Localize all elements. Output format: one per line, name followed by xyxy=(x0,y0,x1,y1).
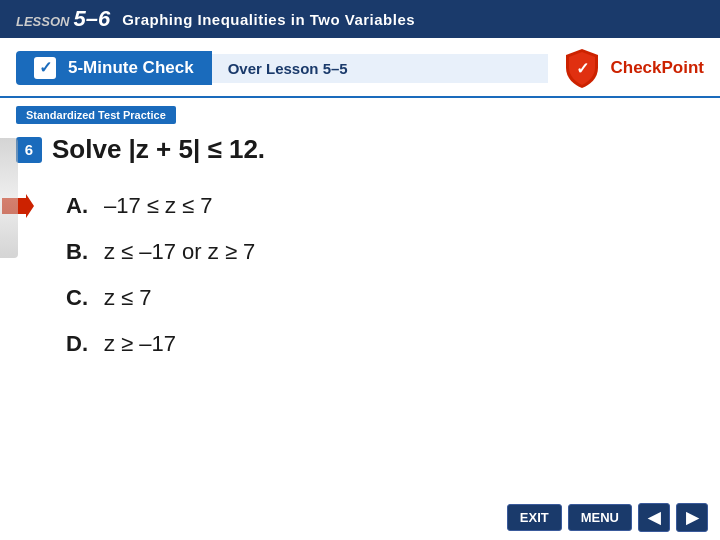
five-min-label-box: ✓ 5-Minute Check xyxy=(16,51,212,85)
bottom-nav: EXIT MENU ◀ ▶ xyxy=(495,495,720,540)
answer-item-d[interactable]: D. z ≥ –17 xyxy=(16,321,704,367)
next-button[interactable]: ▶ xyxy=(676,503,708,532)
over-lesson-text: Over Lesson 5–5 xyxy=(212,54,549,83)
lesson-number: 5–6 xyxy=(73,6,110,32)
svg-text:✓: ✓ xyxy=(576,60,589,77)
answer-item-c[interactable]: C. z ≤ 7 xyxy=(16,275,704,321)
std-test-badge: Standardized Test Practice xyxy=(16,106,176,124)
answer-value-c: z ≤ 7 xyxy=(104,285,152,311)
check-icon-box: ✓ xyxy=(34,57,56,79)
lesson-badge: LESSON 5–6 xyxy=(16,6,110,32)
side-decoration xyxy=(0,138,18,258)
exit-button[interactable]: EXIT xyxy=(507,504,562,531)
problem-question: 6 Solve |z + 5| ≤ 12. xyxy=(16,134,704,165)
problem-number-badge: 6 xyxy=(16,137,42,163)
menu-button[interactable]: MENU xyxy=(568,504,632,531)
answer-letter-a: A. xyxy=(66,193,92,219)
check-icon: ✓ xyxy=(39,60,52,76)
answer-item-b[interactable]: B. z ≤ –17 or z ≥ 7 xyxy=(16,229,704,275)
checkpoint-text: CheckPoint xyxy=(610,58,704,78)
prev-button[interactable]: ◀ xyxy=(638,503,670,532)
answer-item-a[interactable]: A. –17 ≤ z ≤ 7 xyxy=(16,183,704,229)
answer-letter-d: D. xyxy=(66,331,92,357)
answer-choices: A. –17 ≤ z ≤ 7 B. z ≤ –17 or z ≥ 7 C. z … xyxy=(16,183,704,367)
answer-letter-c: C. xyxy=(66,285,92,311)
header-title: Graphing Inequalities in Two Variables xyxy=(122,11,415,28)
top-header: LESSON 5–6 Graphing Inequalities in Two … xyxy=(0,0,720,38)
answer-value-b: z ≤ –17 or z ≥ 7 xyxy=(104,239,255,265)
checkpoint-logo: ✓ CheckPoint xyxy=(560,46,704,90)
problem-text: Solve |z + 5| ≤ 12. xyxy=(52,134,265,165)
main-content: ✓ 5-Minute Check Over Lesson 5–5 ✓ Check… xyxy=(0,38,720,540)
five-min-label: 5-Minute Check xyxy=(68,58,194,78)
answer-value-a: –17 ≤ z ≤ 7 xyxy=(104,193,213,219)
lesson-label: LESSON xyxy=(16,14,69,29)
answer-letter-b: B. xyxy=(66,239,92,265)
checkpoint-shield-icon: ✓ xyxy=(560,46,604,90)
answer-value-d: z ≥ –17 xyxy=(104,331,176,357)
problem-area: 6 Solve |z + 5| ≤ 12. A. –17 ≤ z ≤ 7 B. … xyxy=(0,128,720,367)
five-min-bar: ✓ 5-Minute Check Over Lesson 5–5 ✓ Check… xyxy=(0,38,720,98)
